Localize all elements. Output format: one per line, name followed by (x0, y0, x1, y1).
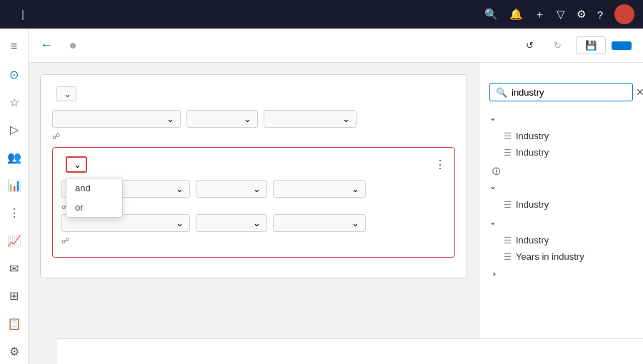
path-icon: ☍ (52, 132, 60, 141)
top-navigation: | 🔍 🔔 ＋ ▽ ⚙ ? (0, 0, 643, 29)
list-icon-4: ☰ (504, 236, 512, 246)
session-chevron: ⌄ (488, 271, 497, 278)
tree-section-session: ⌄ (489, 268, 633, 281)
ready-to-use-button[interactable] (612, 41, 632, 50)
option-or[interactable]: or (66, 198, 122, 217)
condition1-row: ⌄ ⌄ ⌄ (52, 110, 455, 128)
list-icon-1: ☰ (504, 131, 512, 141)
search-icon[interactable]: 🔍 (484, 8, 498, 21)
nav-right: 🔍 🔔 ＋ ▽ ⚙ ? (484, 4, 634, 24)
lead-industry-item-2[interactable]: ☰ Industry (489, 144, 633, 161)
condition1-path: ☍ (52, 132, 455, 141)
logic-dropdown-popup: and or (66, 178, 123, 218)
sidebar-more-icon[interactable]: ⋮ (1, 201, 27, 226)
toolbar-right: ↺ ↻ 💾 (520, 36, 632, 54)
account-industry-item[interactable]: ☰ Industry (489, 196, 633, 213)
account-section-header[interactable]: ⌄ (489, 180, 633, 193)
list-icon-2: ☰ (504, 148, 512, 158)
value-chevron: ⌄ (342, 113, 350, 124)
subval1-chevron: ⌄ (352, 183, 359, 194)
search-icon: 🔍 (496, 87, 507, 98)
sidebar-play-icon[interactable]: ▷ (1, 117, 27, 142)
nav-brand: | (9, 9, 37, 20)
sub-header: ← ↺ ↻ 💾 (29, 29, 643, 63)
footer (57, 338, 643, 364)
event-chevron: ⌄ (489, 218, 496, 227)
notification-icon[interactable]: 🔔 (509, 8, 523, 21)
redo-icon: ↻ (554, 40, 562, 51)
subgroup-more-button[interactable]: ⋮ (434, 158, 446, 171)
attribute-search-box[interactable]: 🔍 ✕ (489, 83, 633, 101)
segment-canvas: ⌄ ⌄ ⌄ ⌄ (29, 63, 479, 364)
condition1-value[interactable]: ⌄ (264, 110, 357, 128)
sidebar-grid-icon[interactable]: ⊞ (1, 283, 27, 308)
draft-dot (70, 43, 76, 49)
event-registration-header[interactable]: ⌄ (489, 216, 633, 229)
lead-industry-item-1[interactable]: ☰ Industry (489, 128, 633, 144)
session-header[interactable]: ⌄ (489, 268, 633, 281)
event-industry-item[interactable]: ☰ Industry (489, 232, 633, 248)
condition1-field[interactable]: ⌄ (52, 110, 181, 128)
all-tables-label: ⓘ (489, 166, 633, 177)
left-sidebar: ≡ ⊙ ☆ ▷ 👥 📊 ⋮ 📈 ✉ ⊞ 📋 ⚙ (0, 29, 29, 364)
condition1-operator[interactable]: ⌄ (186, 110, 258, 128)
subcondition1-value[interactable]: ⌄ (273, 180, 366, 198)
sidebar-contacts-icon[interactable]: 👥 (1, 145, 27, 170)
main-content: ← ↺ ↻ 💾 (29, 29, 643, 364)
sub-path-icon2: ☍ (61, 236, 69, 246)
subcondition2-value[interactable]: ⌄ (273, 214, 366, 232)
status-badge (70, 43, 79, 49)
subgroup-logic-container: ⌄ and or (66, 156, 87, 173)
tree-section-lead: ⌄ ☰ Industry ☰ Industry (489, 111, 633, 161)
redo-button[interactable]: ↻ (548, 37, 570, 54)
subcondition1-operator[interactable]: ⌄ (196, 180, 267, 198)
avatar[interactable] (614, 4, 634, 24)
settings-icon[interactable]: ⚙ (577, 8, 586, 21)
sidebar-favorites-icon[interactable]: ☆ (1, 90, 27, 115)
help-icon[interactable]: ? (597, 9, 603, 21)
sidebar-settings-icon[interactable]: ⚙ (1, 339, 27, 364)
add-icon[interactable]: ＋ (534, 8, 545, 21)
lead-section-header[interactable]: ⌄ (489, 111, 633, 125)
subcondition2-operator[interactable]: ⌄ (196, 214, 267, 232)
sidebar-chart-icon[interactable]: 📈 (1, 228, 27, 253)
subfield2-chevron: ⌄ (176, 218, 184, 228)
sidebar-mail-icon[interactable]: ✉ (1, 256, 27, 281)
save-button[interactable]: 💾 (576, 36, 606, 54)
save-icon: 💾 (585, 40, 597, 51)
subgroup1: ⌄ and or ⋮ (52, 147, 455, 258)
list-icon-3: ☰ (504, 200, 512, 210)
undo-button[interactable]: ↺ (520, 37, 542, 54)
tree-section-account: ⌄ ☰ Industry (489, 180, 633, 213)
sidebar-menu-icon[interactable]: ≡ (1, 34, 27, 59)
subgroup1-header: ⌄ and or ⋮ (61, 156, 446, 173)
operator-chevron: ⌄ (244, 113, 251, 124)
lead-chevron: ⌄ (489, 113, 496, 123)
nav-divider: | (21, 9, 24, 20)
field-chevron: ⌄ (166, 113, 174, 124)
undo-icon: ↺ (526, 40, 534, 51)
subgroup1-logic-dropdown[interactable]: ⌄ (66, 156, 87, 173)
list-icon-5: ☰ (504, 252, 512, 262)
sidebar-list-icon[interactable]: 📋 (1, 311, 27, 336)
subfield1-chevron: ⌄ (176, 183, 184, 194)
content-area: ⌄ ⌄ ⌄ ⌄ (29, 63, 643, 364)
subop1-chevron: ⌄ (253, 183, 261, 194)
back-button[interactable]: ← (40, 38, 53, 53)
event-years-item[interactable]: ☰ Years in industry (489, 248, 633, 265)
sidebar-home-icon[interactable]: ⊙ (1, 62, 27, 87)
subcondition2-path: ☍ (61, 236, 446, 246)
account-chevron: ⌄ (489, 182, 496, 191)
option-and[interactable]: and (66, 178, 122, 198)
info-icon: ⓘ (492, 166, 500, 177)
group1-logic-dropdown[interactable]: ⌄ (56, 86, 76, 101)
group1-header: ⌄ (52, 86, 455, 101)
subval2-chevron: ⌄ (352, 218, 359, 228)
subop2-chevron: ⌄ (253, 218, 261, 228)
sidebar-cloud-icon[interactable]: 📊 (1, 173, 27, 198)
search-clear-icon[interactable]: ✕ (636, 86, 643, 98)
attribute-search-input[interactable] (512, 87, 632, 98)
tree-section-event-registration: ⌄ ☰ Industry ☰ Years in industry (489, 216, 633, 265)
filter-icon[interactable]: ▽ (557, 8, 565, 21)
subgroup-chevron: ⌄ (74, 159, 81, 170)
